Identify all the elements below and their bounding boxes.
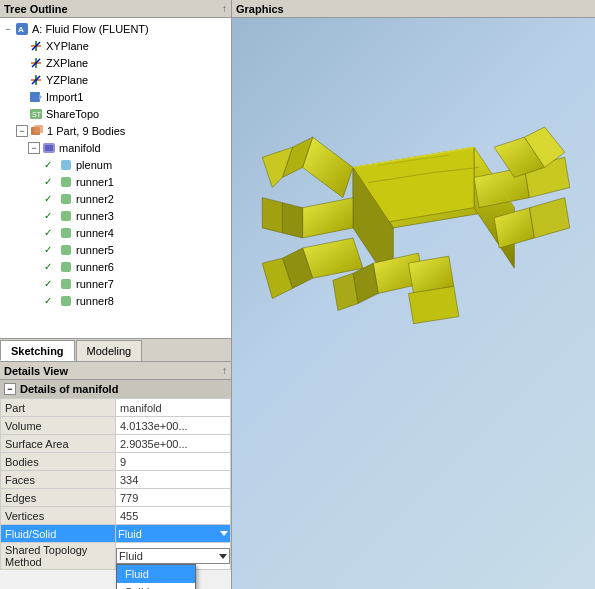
tab-modeling[interactable]: Modeling	[76, 340, 143, 361]
runner8-check-icon: ✓	[40, 293, 56, 309]
tree-item-manifold[interactable]: − manifold	[0, 139, 231, 156]
details-row-shared-topology: Shared Topology Method Fluid Fluid	[1, 543, 231, 570]
details-row-surface-area: Surface Area 2.9035e+00...	[1, 435, 231, 453]
tree-item-runner3[interactable]: ✓ runner3	[0, 207, 231, 224]
shared-topology-dropdown[interactable]: Fluid	[116, 548, 230, 564]
tree-item-runner2[interactable]: ✓ runner2	[0, 190, 231, 207]
details-section-title: Details of manifold	[20, 383, 118, 395]
manifold-label: manifold	[59, 142, 101, 154]
expand-zxplane: ·	[16, 57, 28, 69]
expand-sharetopo: ·	[16, 108, 28, 120]
runner1-check-icon: ✓	[40, 174, 56, 190]
details-value-surface-area: 2.9035e+00...	[116, 435, 231, 453]
runner3-check-icon: ✓	[40, 208, 56, 224]
runner5-label: runner5	[76, 244, 114, 256]
tabs-bar: Sketching Modeling	[0, 338, 231, 362]
details-value-volume: 4.0133e+00...	[116, 417, 231, 435]
svg-marker-12	[39, 94, 42, 100]
fluid-solid-selected: Fluid	[118, 528, 142, 540]
svg-text:A: A	[18, 25, 24, 34]
svg-marker-38	[303, 238, 363, 278]
tree-outline-title: Tree Outline	[4, 3, 68, 15]
runner7-label: runner7	[76, 278, 114, 290]
details-value-vertices: 455	[116, 507, 231, 525]
graphics-content[interactable]	[232, 18, 595, 589]
sharetopo-label: ShareTopo	[46, 108, 99, 120]
runner3-body-icon	[58, 208, 74, 224]
runner1-body-icon	[58, 174, 74, 190]
expand-xyplane: ·	[16, 40, 28, 52]
tree-item-runner5[interactable]: ✓ runner5	[0, 241, 231, 258]
runner4-body-icon	[58, 225, 74, 241]
runner4-label: runner4	[76, 227, 114, 239]
fluid-solid-arrow	[220, 531, 228, 536]
runner2-body-icon	[58, 191, 74, 207]
runner7-body-icon	[58, 276, 74, 292]
tree-item-runner8[interactable]: ✓ runner8	[0, 292, 231, 309]
tree-item-import1[interactable]: · Import1	[0, 88, 231, 105]
runner4-check-icon: ✓	[40, 225, 56, 241]
graphics-header: Graphics	[232, 0, 595, 18]
svg-marker-35	[303, 198, 353, 238]
details-row-faces: Faces 334	[1, 471, 231, 489]
left-panel: Tree Outline ↑ − A A: Fluid Flow (FLUENT…	[0, 0, 232, 589]
collapse-details-btn[interactable]: −	[4, 383, 16, 395]
xyplane-label: XYPlane	[46, 40, 89, 52]
runner5-check-icon: ✓	[40, 242, 56, 258]
expand-fluid-flow[interactable]: −	[2, 23, 14, 35]
shared-topology-selected: Fluid	[119, 550, 143, 562]
details-view-header: Details View ↑	[0, 362, 231, 380]
details-view-title: Details View	[4, 365, 68, 377]
plenum-label: plenum	[76, 159, 112, 171]
dropdown-option-fluid[interactable]: Fluid	[117, 565, 195, 583]
tree-item-plenum[interactable]: ✓ plenum	[0, 156, 231, 173]
tree-item-sharetopo[interactable]: · ST ShareTopo	[0, 105, 231, 122]
tree-item-fluid-flow[interactable]: − A A: Fluid Flow (FLUENT)	[0, 20, 231, 37]
fluid-solid-dropdown[interactable]: Fluid	[116, 526, 230, 542]
xyplane-icon	[28, 38, 44, 54]
details-value-fluid-solid[interactable]: Fluid	[116, 525, 231, 543]
3d-model-view	[232, 18, 595, 589]
tree-item-runner1[interactable]: ✓ runner1	[0, 173, 231, 190]
details-label-edges: Edges	[1, 489, 116, 507]
dropdown-option-solid[interactable]: Solid	[117, 583, 195, 589]
details-label-vertices: Vertices	[1, 507, 116, 525]
runner6-label: runner6	[76, 261, 114, 273]
plenum-check-icon: ✓	[40, 157, 56, 173]
tree-outline-header: Tree Outline ↑	[0, 0, 231, 18]
details-value-shared-topology[interactable]: Fluid Fluid Solid	[116, 543, 231, 570]
runner5-body-icon	[58, 242, 74, 258]
import1-label: Import1	[46, 91, 83, 103]
expand-manifold[interactable]: −	[28, 142, 40, 154]
svg-rect-26	[61, 279, 71, 289]
shared-topology-dropdown-container: Fluid Fluid Solid	[116, 548, 230, 564]
svg-rect-19	[61, 160, 71, 170]
details-value-bodies: 9	[116, 453, 231, 471]
svg-text:ST: ST	[32, 111, 42, 118]
svg-marker-46	[529, 198, 569, 238]
runner2-label: runner2	[76, 193, 114, 205]
expand-yzplane: ·	[16, 74, 28, 86]
tree-item-xyplane[interactable]: · XYPlane	[0, 37, 231, 54]
details-value-edges: 779	[116, 489, 231, 507]
svg-rect-18	[45, 145, 53, 151]
tree-item-1part9bodies[interactable]: − 1 Part, 9 Bodies	[0, 122, 231, 139]
sharetopo-icon: ST	[28, 106, 44, 122]
tree-item-runner6[interactable]: ✓ runner6	[0, 258, 231, 275]
shared-topology-arrow	[219, 554, 227, 559]
runner6-check-icon: ✓	[40, 259, 56, 275]
expand-1part9bodies[interactable]: −	[16, 125, 28, 137]
bodies-icon	[29, 123, 45, 139]
svg-rect-11	[30, 92, 40, 102]
tree-item-zxplane[interactable]: · ZXPlane	[0, 54, 231, 71]
tree-item-runner7[interactable]: ✓ runner7	[0, 275, 231, 292]
tab-sketching[interactable]: Sketching	[0, 340, 75, 361]
details-row-fluid-solid: Fluid/Solid Fluid	[1, 525, 231, 543]
svg-rect-23	[61, 228, 71, 238]
zxplane-label: ZXPlane	[46, 57, 88, 69]
tree-item-runner4[interactable]: ✓ runner4	[0, 224, 231, 241]
svg-marker-37	[262, 198, 282, 233]
details-row-part: Part manifold	[1, 399, 231, 417]
graphics-title: Graphics	[236, 3, 284, 15]
tree-item-yzplane[interactable]: · YZPlane	[0, 71, 231, 88]
